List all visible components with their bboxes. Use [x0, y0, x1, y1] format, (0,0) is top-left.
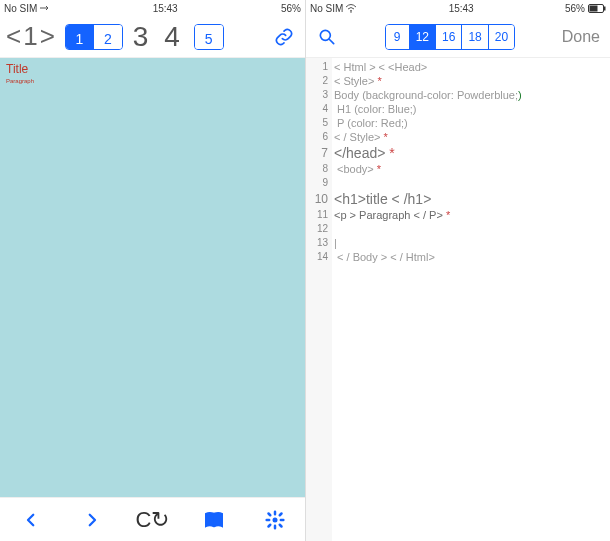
svg-point-0 — [272, 517, 277, 522]
settings-button[interactable] — [255, 500, 295, 540]
status-bar-right: No SIM 15:43 56% — [306, 0, 610, 16]
preview-paragraph: Paragraph — [6, 78, 299, 84]
chevron-left-icon — [22, 511, 40, 529]
pair-34-label: 3 4 — [131, 21, 186, 53]
seg-item-5[interactable]: 5 — [195, 25, 223, 50]
font-seg-left-b: 5 — [194, 24, 224, 50]
line-number: 7 — [306, 144, 328, 162]
book-icon — [203, 511, 225, 529]
carrier-label-r: No SIM — [310, 3, 343, 14]
link-icon — [274, 27, 294, 47]
svg-rect-3 — [590, 5, 598, 11]
status-bar-left: No SIM 15:43 56% — [0, 0, 305, 16]
right-toolbar: 9 12 16 18 20 Done — [306, 16, 610, 58]
line-number: 3 — [306, 88, 328, 102]
gear-icon — [265, 510, 285, 530]
line-number: 9 — [306, 176, 328, 190]
left-toolbar: <1> 1 2 3 4 5 — [0, 16, 305, 58]
line-number: 2 — [306, 74, 328, 88]
line-number: 14 — [306, 250, 328, 264]
code-line[interactable] — [334, 176, 608, 190]
code-line[interactable]: Body (background-color: Powderblue;) — [334, 88, 608, 102]
line-number: 4 — [306, 102, 328, 116]
code-line[interactable]: H1 (color: Blue;) — [334, 102, 608, 116]
code-line[interactable]: | — [334, 236, 608, 250]
search-icon — [317, 27, 337, 47]
code-line[interactable]: <body> * — [334, 162, 608, 176]
code-lines[interactable]: < Html > < <Head>< Style> *Body (backgro… — [332, 58, 610, 541]
seg-item-12[interactable]: 12 — [410, 25, 436, 49]
seg-item-20[interactable]: 20 — [489, 25, 514, 49]
seg-item-1[interactable]: 1 — [66, 25, 94, 50]
tag-label: <1> — [6, 21, 57, 52]
battery-pct-label-r: 56% — [565, 3, 585, 14]
code-line[interactable]: <p > Paragraph < / P> * — [334, 208, 608, 222]
search-button[interactable] — [312, 22, 342, 52]
line-number: 1 — [306, 60, 328, 74]
code-line[interactable]: P (color: Red;) — [334, 116, 608, 130]
line-number: 5 — [306, 116, 328, 130]
code-editor[interactable]: 1234567891011121314 < Html > < <Head>< S… — [306, 58, 610, 541]
back-button[interactable] — [11, 500, 51, 540]
code-line[interactable] — [334, 222, 608, 236]
done-button[interactable]: Done — [558, 28, 604, 46]
preview-area: Title Paragraph — [0, 58, 305, 497]
line-number: 11 — [306, 208, 328, 222]
code-line[interactable]: < / Style> * — [334, 130, 608, 144]
line-number: 8 — [306, 162, 328, 176]
seg-item-9[interactable]: 9 — [386, 25, 410, 49]
line-number: 13 — [306, 236, 328, 250]
code-line[interactable]: < Style> * — [334, 74, 608, 88]
line-number: 10 — [306, 190, 328, 208]
battery-icon — [588, 4, 606, 13]
link-button[interactable] — [269, 22, 299, 52]
carrier-label: No SIM — [4, 3, 37, 14]
line-number: 6 — [306, 130, 328, 144]
code-line[interactable]: </head> * — [334, 144, 608, 162]
wifi-icon — [345, 3, 357, 13]
code-line[interactable]: < / Body > < / Html> — [334, 250, 608, 264]
clock-label-r: 15:43 — [361, 3, 561, 14]
seg-item-16[interactable]: 16 — [436, 25, 462, 49]
airplane-icon — [39, 3, 49, 13]
clock-label: 15:43 — [53, 3, 277, 14]
battery-pct-label: 56% — [281, 3, 301, 14]
seg-item-2[interactable]: 2 — [94, 25, 122, 50]
bottom-bar: C↻ — [0, 497, 305, 541]
chevron-right-icon — [83, 511, 101, 529]
svg-point-5 — [320, 30, 330, 40]
seg-item-18[interactable]: 18 — [462, 25, 488, 49]
left-pane: No SIM 15:43 56% <1> 1 2 3 4 5 — [0, 0, 305, 541]
right-pane: No SIM 15:43 56% 9 12 16 18 — [305, 0, 610, 541]
line-number-gutter: 1234567891011121314 — [306, 58, 332, 541]
refresh-icon: C↻ — [136, 507, 170, 533]
preview-title: Title — [6, 62, 299, 76]
code-line[interactable]: <h1>title < /h1> — [334, 190, 608, 208]
svg-point-1 — [351, 11, 353, 13]
font-size-seg: 9 12 16 18 20 — [385, 24, 515, 50]
refresh-button[interactable]: C↻ — [133, 500, 173, 540]
bookmarks-button[interactable] — [194, 500, 234, 540]
code-line[interactable]: < Html > < <Head> — [334, 60, 608, 74]
forward-button[interactable] — [72, 500, 112, 540]
font-seg-left-a: 1 2 — [65, 24, 123, 50]
line-number: 12 — [306, 222, 328, 236]
svg-rect-4 — [604, 6, 606, 10]
